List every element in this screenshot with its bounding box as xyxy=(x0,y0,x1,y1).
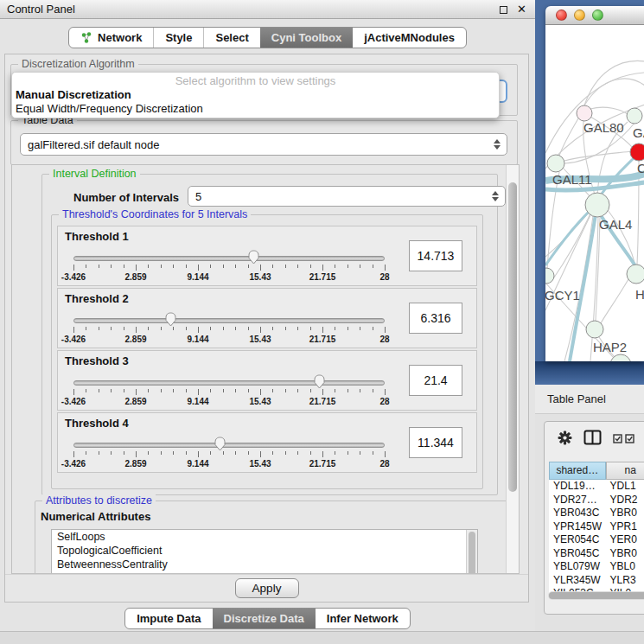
table-panel-title: Table Panel xyxy=(535,385,644,405)
slider-thumb-icon[interactable] xyxy=(164,312,177,327)
tick-mark xyxy=(385,265,386,271)
slider-thumb-icon[interactable] xyxy=(214,437,226,451)
threshold-value-field[interactable]: 6.316 xyxy=(409,303,462,334)
threshold-slider-2[interactable]: -3.4262.8599.14415.4321.71528 xyxy=(73,313,385,348)
tick-label: 2.859 xyxy=(124,397,146,406)
threshold-value-field[interactable]: 14.713 xyxy=(409,240,462,271)
threshold-slider-1[interactable]: -3.4262.8599.14415.4321.71528 xyxy=(73,251,385,285)
threshold-panel-1: Threshold 1-3.4262.8599.14415.4321.71528… xyxy=(57,226,477,286)
tab-select[interactable]: Select xyxy=(203,28,259,48)
attributes-scrollbar[interactable] xyxy=(466,530,477,574)
split-columns-icon[interactable] xyxy=(583,430,602,449)
tick-mark xyxy=(260,327,261,333)
tick-label: 28 xyxy=(379,272,389,282)
tick-label: 28 xyxy=(379,459,389,469)
tab-jactivemnodules[interactable]: jActiveMNodules xyxy=(353,28,466,48)
apply-button[interactable]: Apply xyxy=(235,578,299,598)
table-row[interactable]: YLR345WYLR3 xyxy=(549,574,644,588)
zoom-traffic-light-icon[interactable] xyxy=(592,10,603,21)
settings-scrollbar[interactable] xyxy=(506,165,519,573)
tick-mark xyxy=(210,451,211,455)
tick-mark xyxy=(73,389,74,395)
tick-label: -3.426 xyxy=(61,459,86,469)
tick-label: 2.859 xyxy=(124,335,146,344)
network-edge[interactable] xyxy=(601,279,628,323)
bottom-tab-impute-data[interactable]: Impute Data xyxy=(125,609,212,628)
slider-track[interactable] xyxy=(73,380,385,386)
table-row[interactable]: YDL19…YDL1 xyxy=(549,480,644,494)
tab-cyni-toolbox[interactable]: Cyni Toolbox xyxy=(260,28,353,48)
table-panel-header: Table Panel xyxy=(535,385,644,414)
column-header-shared[interactable]: shared… xyxy=(549,462,606,480)
slider-thumb-icon[interactable] xyxy=(313,374,326,389)
table-panel-body: shared…naYDL19…YDL1YDR27…YDR2YBR043CYBR0… xyxy=(544,421,644,615)
slider-track[interactable] xyxy=(73,318,385,323)
column-header-na[interactable]: na xyxy=(606,462,644,480)
checkbox-icon[interactable] xyxy=(613,431,622,447)
network-node-GCY1[interactable] xyxy=(545,268,554,284)
network-canvas[interactable]: GAL80GACGAL11GAL4GCY1HIHAP2 xyxy=(545,25,644,361)
attribute-list-item[interactable]: BetweennessCentrality xyxy=(52,558,477,571)
tick-mark xyxy=(235,265,236,268)
network-edge[interactable] xyxy=(564,151,632,161)
attribute-list-item[interactable]: SelfLoops xyxy=(52,530,477,544)
close-icon[interactable]: ✕ xyxy=(517,0,526,19)
table-row[interactable]: YDR27…YDR2 xyxy=(549,494,644,507)
tab-style[interactable]: Style xyxy=(153,28,203,48)
threshold-label: Threshold 1 xyxy=(65,230,129,243)
tick-mark xyxy=(335,451,335,455)
network-edge[interactable] xyxy=(584,61,644,105)
tick-mark xyxy=(136,327,137,333)
tick-mark xyxy=(335,327,335,330)
dropdown-option-manual-discretization[interactable]: Manual Discretization xyxy=(12,88,499,102)
table-data-combo[interactable]: galFiltered.sif default node xyxy=(20,133,507,156)
slider-track[interactable] xyxy=(73,443,385,448)
tick-mark xyxy=(272,265,273,268)
threshold-value-field[interactable]: 21.4 xyxy=(409,365,462,396)
network-node-HAP2[interactable] xyxy=(586,321,603,338)
number-of-intervals-combo[interactable]: 5 xyxy=(188,186,506,207)
tick-mark xyxy=(223,265,224,268)
dropdown-option-equal-width-frequency[interactable]: Equal Width/Frequency Discretization xyxy=(12,102,499,116)
slider-thumb-icon[interactable] xyxy=(247,250,260,265)
table-row[interactable]: YPR145WYPR1 xyxy=(549,520,644,534)
table-row[interactable]: YBR045CYBR0 xyxy=(549,547,644,561)
tick-label: 9.144 xyxy=(187,272,208,282)
table-cell: YER0 xyxy=(606,533,644,547)
tab-network[interactable]: Network xyxy=(69,28,153,48)
slider-tick-labels: -3.4262.8599.14415.4321.71528 xyxy=(73,459,385,469)
attribute-list-item[interactable]: TopologicalCoefficient xyxy=(52,544,477,558)
network-node-red[interactable] xyxy=(630,143,644,161)
table-cell: YBL079W xyxy=(549,560,606,574)
gear-icon[interactable] xyxy=(558,430,572,449)
minimize-traffic-light-icon[interactable] xyxy=(574,10,585,21)
network-node-GAL-tr[interactable] xyxy=(627,108,642,124)
tick-mark xyxy=(136,265,137,271)
table-cell: YDR27… xyxy=(549,494,606,507)
threshold-value-field[interactable]: 11.344 xyxy=(409,427,462,458)
bottom-tab-infer-network[interactable]: Infer Network xyxy=(316,609,410,628)
float-window-icon[interactable] xyxy=(500,6,507,14)
network-node-GAL80[interactable] xyxy=(577,105,592,121)
slider-track[interactable] xyxy=(73,256,385,261)
tab-label: jActiveMNodules xyxy=(364,31,455,44)
table-row[interactable]: YER054CYER0 xyxy=(549,533,644,547)
threshold-label: Threshold 3 xyxy=(65,354,129,367)
threshold-slider-4[interactable]: -3.4262.8599.14415.4321.71528 xyxy=(73,437,385,472)
tick-mark xyxy=(86,327,86,330)
network-node-H[interactable] xyxy=(627,265,644,284)
tick-label: 9.144 xyxy=(187,459,208,469)
close-traffic-light-icon[interactable] xyxy=(556,10,567,21)
tick-mark xyxy=(310,389,311,392)
network-node-GAL4[interactable] xyxy=(585,193,609,217)
tick-mark xyxy=(272,327,273,330)
checkbox-icon[interactable] xyxy=(625,431,634,447)
tick-mark xyxy=(322,265,323,271)
network-node-GAL11[interactable] xyxy=(547,155,564,172)
tick-mark xyxy=(348,389,348,392)
table-hscrollbar[interactable] xyxy=(548,591,644,600)
table-row[interactable]: YBR043CYBR0 xyxy=(549,507,644,520)
threshold-slider-3[interactable]: -3.4262.8599.14415.4321.71528 xyxy=(73,375,385,410)
table-row[interactable]: YBL079WYBL0 xyxy=(549,560,644,574)
bottom-tab-discretize-data[interactable]: Discretize Data xyxy=(213,609,316,628)
